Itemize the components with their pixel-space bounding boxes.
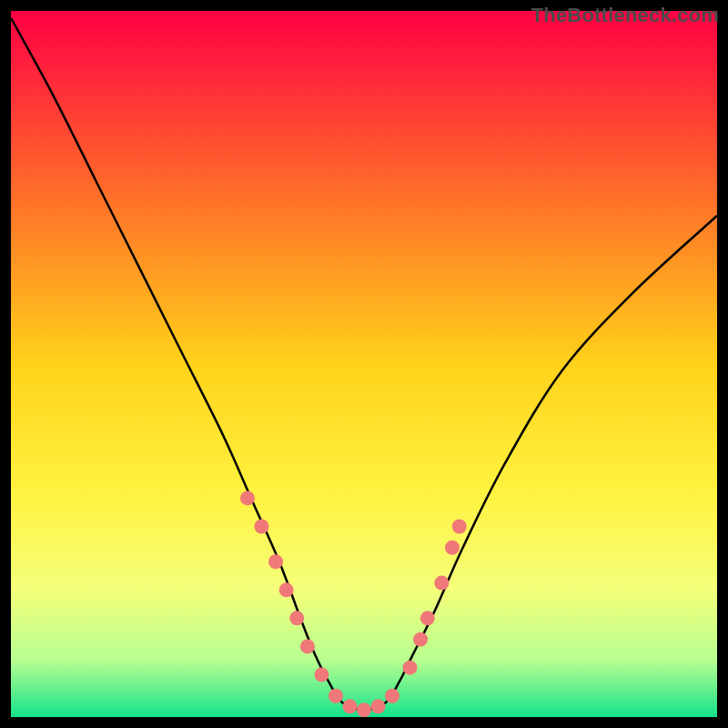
watermark-text: TheBottleneck.com bbox=[531, 4, 719, 27]
curve-marker bbox=[420, 611, 435, 625]
plot-svg bbox=[11, 11, 717, 717]
curve-marker bbox=[434, 576, 449, 591]
curve-marker bbox=[385, 689, 399, 703]
curve-marker bbox=[240, 490, 255, 505]
curve-marker bbox=[289, 611, 304, 625]
plot-container bbox=[11, 11, 717, 717]
curve-marker bbox=[279, 582, 294, 597]
curve-marker bbox=[371, 699, 386, 713]
curve-marker bbox=[357, 703, 371, 717]
curve-marker bbox=[268, 554, 283, 569]
curve-marker bbox=[342, 699, 357, 713]
curve-marker bbox=[452, 519, 467, 533]
curve-marker bbox=[413, 632, 428, 647]
gradient-bg bbox=[11, 11, 717, 717]
curve-marker bbox=[402, 661, 417, 675]
curve-marker bbox=[254, 519, 268, 533]
curve-marker bbox=[300, 639, 315, 653]
curve-marker bbox=[445, 541, 460, 555]
curve-marker bbox=[329, 689, 343, 703]
curve-marker bbox=[314, 667, 329, 682]
